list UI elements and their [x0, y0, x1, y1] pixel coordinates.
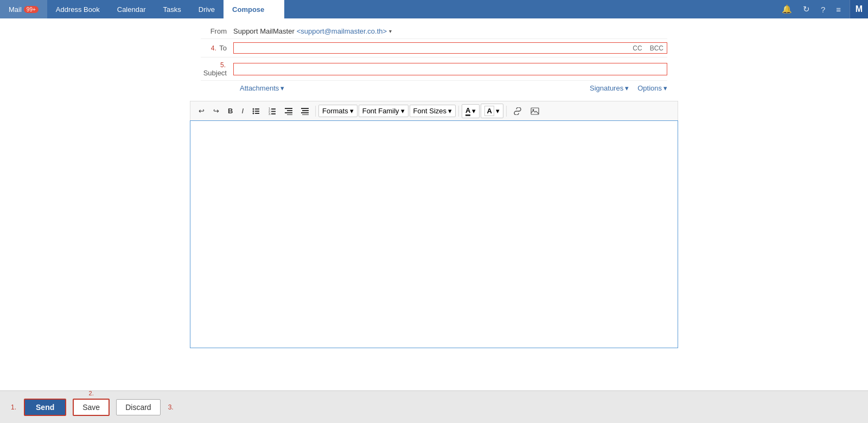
toolbar-divider-1	[315, 106, 316, 117]
compose-area: From Support MailMaster <support@mailmas…	[190, 18, 678, 101]
from-label: From	[201, 27, 233, 35]
toolbar-divider-2	[458, 106, 459, 117]
bcc-label[interactable]: BCC	[646, 44, 663, 52]
svg-rect-15	[287, 114, 292, 115]
editor-body[interactable]	[190, 120, 678, 348]
toolbar-divider-3	[506, 106, 507, 117]
menu-icon[interactable]: ≡	[832, 3, 845, 16]
formats-dropdown[interactable]: Formats ▾	[318, 105, 358, 117]
options-arrow-icon: ▾	[663, 84, 667, 92]
from-value: Support MailMaster <support@mailmaster.c…	[233, 27, 392, 35]
attachments-arrow-icon: ▾	[280, 84, 284, 92]
formats-arrow-icon: ▾	[350, 107, 354, 115]
nav-item-compose[interactable]: Compose ×	[224, 0, 284, 18]
from-name: Support MailMaster	[233, 27, 295, 35]
signatures-arrow-icon: ▾	[625, 84, 629, 92]
undo-button[interactable]: ↩	[195, 105, 208, 117]
font-family-arrow-icon: ▾	[401, 107, 405, 115]
bg-color-arrow-icon: ▾	[496, 107, 500, 115]
discard-button[interactable]: Discard	[116, 399, 160, 415]
to-label: 4. To	[201, 44, 233, 52]
svg-rect-7	[271, 108, 276, 110]
svg-rect-12	[285, 108, 292, 109]
font-sizes-arrow-icon: ▾	[448, 107, 452, 115]
svg-rect-11	[271, 113, 276, 114]
footer: 1. Send 2. Save Discard 3.	[0, 390, 868, 423]
svg-rect-21	[531, 108, 539, 114]
subject-label: 5. Subject	[201, 61, 233, 77]
refresh-icon[interactable]: ↻	[799, 2, 814, 16]
ordered-list-button[interactable]: 1.2.3.	[265, 105, 280, 117]
from-dropdown-arrow[interactable]: ▾	[389, 28, 392, 34]
main-content: From Support MailMaster <support@mailmas…	[0, 18, 868, 390]
svg-rect-5	[255, 113, 259, 114]
to-row: 4. To CC BCC	[201, 39, 667, 57]
svg-rect-19	[302, 114, 309, 115]
save-button[interactable]: Save	[73, 399, 110, 416]
discard-number: 3.	[168, 403, 174, 411]
options-row: Attachments ▾ Signatures ▾ Options ▾	[201, 81, 667, 95]
svg-rect-3	[255, 111, 259, 112]
options-right: Signatures ▾ Options ▾	[590, 84, 667, 92]
indent-increase-button[interactable]	[297, 105, 312, 117]
save-number: 2.	[89, 390, 94, 396]
subject-row: 5. Subject	[201, 57, 667, 81]
redo-button[interactable]: ↪	[209, 105, 223, 117]
nav-item-tasks[interactable]: Tasks	[155, 0, 190, 18]
compose-close-icon[interactable]: ×	[264, 5, 275, 14]
send-button[interactable]: Send	[24, 399, 66, 416]
app-logo: M	[850, 0, 868, 18]
svg-rect-14	[285, 112, 292, 113]
image-button[interactable]	[527, 105, 543, 117]
svg-rect-1	[255, 108, 259, 110]
mail-badge: 99+	[24, 6, 39, 13]
subject-input[interactable]	[233, 63, 667, 75]
to-number: 4.	[211, 44, 216, 52]
font-family-dropdown[interactable]: Font Family ▾	[359, 105, 409, 117]
bold-button[interactable]: B	[224, 105, 237, 117]
svg-point-2	[253, 110, 254, 112]
nav-item-calendar[interactable]: Calendar	[108, 0, 155, 18]
to-input[interactable]	[237, 44, 628, 52]
font-color-dropdown[interactable]: A ▾	[462, 104, 480, 118]
to-input-wrap[interactable]: CC BCC	[233, 42, 667, 54]
nav-item-drive[interactable]: Drive	[190, 0, 224, 18]
svg-text:3.: 3.	[269, 112, 271, 115]
svg-point-4	[253, 112, 254, 114]
from-row: From Support MailMaster <support@mailmas…	[201, 24, 667, 39]
font-sizes-dropdown[interactable]: Font Sizes ▾	[410, 105, 456, 117]
indent-decrease-button[interactable]	[281, 105, 296, 117]
nav-item-address-book[interactable]: Address Book	[47, 0, 108, 18]
nav-icons: 🔔 ↻ ? ≡	[777, 2, 850, 16]
link-button[interactable]	[509, 105, 526, 117]
svg-rect-16	[301, 108, 309, 109]
send-number: 1.	[11, 403, 16, 411]
unordered-list-button[interactable]	[248, 105, 264, 117]
svg-rect-18	[301, 112, 309, 113]
editor-toolbar: ↩ ↪ B I 1.2.3. Formats ▾ Font Family ▾ F…	[190, 101, 678, 120]
bell-icon[interactable]: 🔔	[777, 2, 796, 16]
svg-rect-9	[271, 111, 276, 112]
bg-color-dropdown[interactable]: A ▾	[481, 104, 503, 118]
svg-rect-13	[287, 110, 292, 111]
font-color-arrow-icon: ▾	[472, 107, 476, 115]
nav-item-mail[interactable]: Mail 99+	[0, 0, 47, 18]
italic-button[interactable]: I	[238, 105, 247, 117]
svg-rect-17	[302, 110, 309, 111]
options-button[interactable]: Options ▾	[637, 84, 667, 92]
help-icon[interactable]: ?	[816, 3, 829, 16]
cc-label[interactable]: CC	[628, 44, 642, 52]
options-left: Attachments ▾	[240, 84, 284, 92]
attachments-button[interactable]: Attachments ▾	[240, 84, 284, 92]
from-email: <support@mailmaster.co.th>	[297, 27, 387, 35]
subject-number: 5.	[220, 61, 226, 69]
svg-point-0	[253, 108, 254, 110]
top-nav: Mail 99+ Address Book Calendar Tasks Dri…	[0, 0, 868, 18]
signatures-button[interactable]: Signatures ▾	[590, 84, 629, 92]
